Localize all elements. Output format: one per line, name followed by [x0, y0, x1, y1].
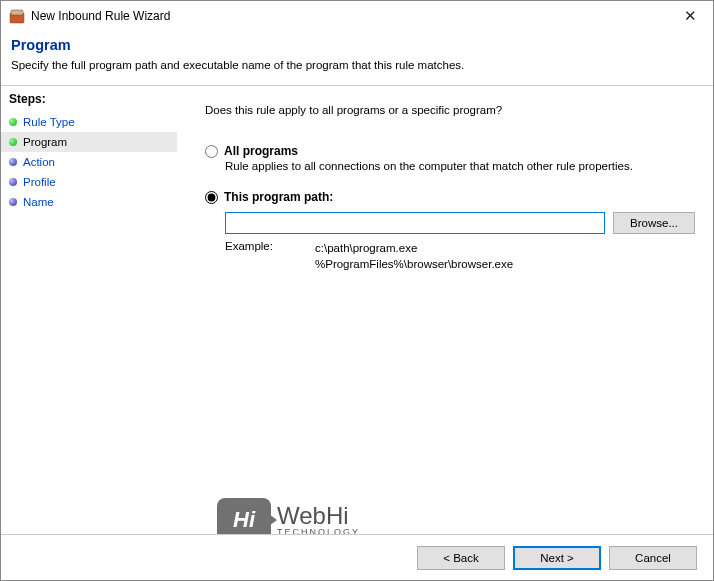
bullet-icon	[9, 158, 17, 166]
app-icon	[9, 8, 25, 24]
example-path-1: c:\path\program.exe	[315, 240, 513, 256]
bullet-icon	[9, 138, 17, 146]
option-all-label: All programs	[224, 144, 298, 158]
next-button[interactable]: Next >	[513, 546, 601, 570]
sidebar: Steps: Rule Type Program Action Profile …	[1, 86, 177, 525]
sidebar-item-action[interactable]: Action	[1, 152, 177, 172]
bullet-icon	[9, 178, 17, 186]
sidebar-item-label: Action	[23, 156, 55, 168]
cancel-button[interactable]: Cancel	[609, 546, 697, 570]
sidebar-item-profile[interactable]: Profile	[1, 172, 177, 192]
sidebar-item-label: Rule Type	[23, 116, 75, 128]
content-area: Does this rule apply to all programs or …	[177, 86, 713, 525]
radio-all-programs[interactable]	[205, 145, 218, 158]
example-label: Example:	[225, 240, 285, 272]
example-path-2: %ProgramFiles%\browser\browser.exe	[315, 256, 513, 272]
titlebar: New Inbound Rule Wizard ✕	[1, 1, 713, 31]
window-title: New Inbound Rule Wizard	[31, 9, 676, 23]
sidebar-item-rule-type[interactable]: Rule Type	[1, 112, 177, 132]
svg-rect-1	[11, 10, 23, 15]
question-text: Does this rule apply to all programs or …	[205, 104, 695, 116]
close-icon[interactable]: ✕	[676, 5, 705, 27]
option-all-programs: All programs Rule applies to all connect…	[205, 144, 695, 172]
back-button[interactable]: < Back	[417, 546, 505, 570]
header-area: Program Specify the full program path an…	[1, 31, 713, 81]
program-path-input[interactable]	[225, 212, 605, 234]
page-subtitle: Specify the full program path and execut…	[11, 59, 703, 71]
footer: < Back Next > Cancel	[1, 534, 713, 580]
option-all-row[interactable]: All programs	[205, 144, 695, 158]
radio-program-path[interactable]	[205, 191, 218, 204]
page-heading: Program	[11, 37, 703, 53]
bullet-icon	[9, 198, 17, 206]
sidebar-item-label: Program	[23, 136, 67, 148]
sidebar-item-label: Name	[23, 196, 54, 208]
bullet-icon	[9, 118, 17, 126]
example-paths: c:\path\program.exe %ProgramFiles%\brows…	[315, 240, 513, 272]
sidebar-item-name[interactable]: Name	[1, 192, 177, 212]
option-path-row[interactable]: This program path:	[205, 190, 695, 204]
sidebar-item-label: Profile	[23, 176, 56, 188]
option-all-desc: Rule applies to all connections on the c…	[225, 160, 695, 172]
sidebar-item-program[interactable]: Program	[1, 132, 177, 152]
option-path-label: This program path:	[224, 190, 333, 204]
browse-button[interactable]: Browse...	[613, 212, 695, 234]
option-program-path: This program path: Browse... Example: c:…	[205, 190, 695, 272]
steps-header: Steps:	[1, 90, 177, 112]
